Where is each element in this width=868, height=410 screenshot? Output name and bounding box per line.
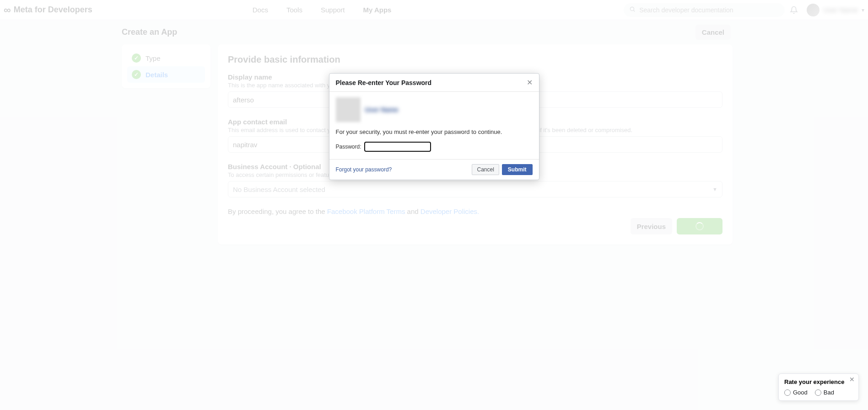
avatar [336, 97, 361, 122]
modal-body: User Name For your security, you must re… [329, 92, 539, 159]
modal-footer: Forgot your password? Cancel Submit [329, 159, 539, 180]
rate-options: Good Bad [784, 389, 853, 396]
rate-bad-label: Bad [824, 389, 834, 396]
password-row: Password: [336, 142, 533, 152]
modal-title: Please Re-enter Your Password [336, 79, 432, 86]
modal-user: User Name [336, 97, 533, 122]
password-label: Password: [336, 144, 361, 150]
forgot-password-link[interactable]: Forgot your password? [336, 166, 392, 173]
rate-experience-widget: ✕ Rate your experience Good Bad [778, 373, 859, 401]
radio-icon [815, 389, 821, 396]
modal-header: Please Re-enter Your Password ✕ [329, 74, 539, 92]
rate-good-option[interactable]: Good [784, 389, 808, 396]
rate-good-label: Good [793, 389, 808, 396]
password-modal: Please Re-enter Your Password ✕ User Nam… [329, 73, 539, 180]
modal-buttons: Cancel Submit [472, 164, 532, 175]
modal-close-button[interactable]: ✕ [527, 78, 533, 87]
modal-user-name: User Name [365, 106, 399, 113]
modal-cancel-button[interactable]: Cancel [472, 164, 499, 175]
modal-submit-button[interactable]: Submit [502, 164, 533, 175]
modal-overlay: Please Re-enter Your Password ✕ User Nam… [0, 0, 868, 410]
password-input[interactable] [364, 142, 431, 152]
rate-title: Rate your experience [784, 378, 853, 385]
rate-close-button[interactable]: ✕ [849, 376, 855, 383]
radio-icon [784, 389, 791, 396]
rate-bad-option[interactable]: Bad [815, 389, 834, 396]
modal-security-text: For your security, you must re-enter you… [336, 128, 533, 135]
